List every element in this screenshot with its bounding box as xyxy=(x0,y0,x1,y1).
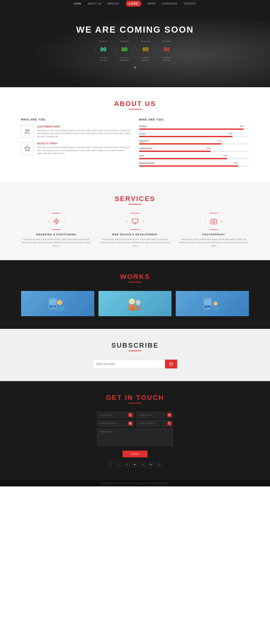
card-desc-0: Maecenas nec odio et ante tincidunt temp… xyxy=(37,129,131,138)
services-section: SERVICES BRANDING & POSITIONING Maecenas… xyxy=(0,182,270,260)
svg-rect-10 xyxy=(58,307,64,311)
about-card-text-0: CUSTOMER FIRST Maecenas nec odio et ante… xyxy=(37,125,131,138)
work-image-1 xyxy=(99,291,172,316)
nav-home[interactable]: HOME xyxy=(74,2,81,5)
subscribe-button[interactable] xyxy=(165,360,177,368)
skill-fill: 85% xyxy=(139,136,232,137)
about-card-0: CUSTOMER FIRST Maecenas nec odio et ante… xyxy=(21,125,131,138)
skill-bar: 85% xyxy=(139,136,249,137)
svg-rect-3 xyxy=(132,219,138,223)
skill-bar: 95% xyxy=(139,128,249,130)
skill-bar: 75% xyxy=(139,143,249,144)
nav-work[interactable]: WORK xyxy=(148,2,156,5)
skill-label: JQUERY xyxy=(139,140,249,142)
work-card-0[interactable] xyxy=(21,291,94,316)
service-title-0: BRANDING & POSITIONING xyxy=(21,233,91,236)
social-instagram[interactable]: ① xyxy=(124,462,130,468)
skill-fill: 80% xyxy=(139,158,227,159)
skills-container: HTML5 95% CSS3 85% JQUERY 75% JAVASCRIP xyxy=(139,125,249,167)
monitor-icon xyxy=(132,218,138,225)
skill-pct: 95% xyxy=(240,125,243,127)
work-image-2 xyxy=(176,291,249,316)
subscribe-section: SUBSCRIBE xyxy=(0,329,270,381)
svg-rect-18 xyxy=(213,307,219,310)
svg-point-11 xyxy=(129,298,135,304)
mail-icon xyxy=(168,414,170,416)
service-card-2: PHOTOGPRAHY Maecenas nec odio et ante ti… xyxy=(179,213,249,248)
work-card-1[interactable] xyxy=(99,291,172,316)
hero-section: WE ARE COMING SOON 00 DAYS 00 HOURS 00 M… xyxy=(0,7,270,87)
footer-copy: COPYRIGHT © 2021 COMPANY NAME ALL RIGHTS… xyxy=(101,482,169,484)
subscribe-form xyxy=(93,360,177,368)
countdown-mins: 00 MINS xyxy=(137,41,154,61)
skill-item: JAVASCRIP 65% xyxy=(139,148,249,152)
nav-service[interactable]: SERVICE xyxy=(108,2,119,5)
social-facebook[interactable]: f xyxy=(108,462,114,468)
about-left-heading: WHO ARE YOU xyxy=(21,118,131,121)
skill-item: CSS3 85% xyxy=(139,133,249,137)
globe-icon xyxy=(129,422,131,424)
svg-point-19 xyxy=(130,414,131,415)
contact-underline xyxy=(129,403,141,404)
service-title-1: WEB DESIGN & DEVELOPMENT xyxy=(100,233,170,236)
service-desc-2: Maecenas nec odio et ante tincidunt temp… xyxy=(179,238,249,248)
service-desc-0: Maecenas nec odio et ante tincidunt temp… xyxy=(21,238,91,248)
countdown: 00 DAYS 00 HOURS 00 MINS 00 SECS xyxy=(76,41,194,61)
skill-pct: 65% xyxy=(207,147,210,149)
svg-rect-8 xyxy=(50,299,56,305)
subject-field xyxy=(136,420,173,426)
footer: COPYRIGHT © 2021 COMPANY NAME ALL RIGHTS… xyxy=(0,480,270,486)
email-field xyxy=(136,412,173,418)
hero-title: WE ARE COMING SOON xyxy=(76,25,194,35)
service-title-2: PHOTOGPRAHY xyxy=(179,233,249,236)
work-illustration-1 xyxy=(124,295,146,312)
nav-subscribe[interactable]: SUBSCRIBE xyxy=(162,2,178,5)
svg-marker-2 xyxy=(25,146,30,151)
skill-fill: 95% xyxy=(139,128,243,130)
work-illustration-0 xyxy=(47,295,68,312)
svg-rect-16 xyxy=(204,299,211,305)
nav-logo[interactable]: ASBE xyxy=(126,1,142,6)
user-icon xyxy=(129,414,131,416)
skill-label: WORDPRESS xyxy=(139,162,249,164)
envelope-icon xyxy=(169,362,173,366)
message-textarea[interactable] xyxy=(97,429,173,446)
email-input[interactable] xyxy=(93,360,165,368)
scroll-down-icon[interactable]: ▼ xyxy=(76,66,194,70)
work-card-2[interactable] xyxy=(176,291,249,316)
hours-hex: 00 xyxy=(116,41,133,58)
social-youtube[interactable]: ▶ xyxy=(132,462,138,468)
message-field xyxy=(97,429,173,448)
svg-point-0 xyxy=(26,130,28,131)
svg-rect-14 xyxy=(135,306,141,311)
social-twitter[interactable]: t xyxy=(116,462,122,468)
secs-label: SECS xyxy=(163,59,170,61)
skill-bar: 65% xyxy=(139,150,249,152)
mins-value: 00 xyxy=(143,46,149,53)
skill-item: HTML5 95% xyxy=(139,125,249,130)
nav-about[interactable]: ABOUT US xyxy=(88,2,101,5)
name-icon xyxy=(128,413,132,417)
navigation: HOME ABOUT US SERVICE ASBE WORK SUBSCRIB… xyxy=(0,0,270,7)
subscribe-underline xyxy=(129,350,141,351)
skill-bar: 80% xyxy=(139,158,249,159)
website-icon xyxy=(128,422,132,425)
send-button[interactable]: SEND xyxy=(123,450,148,457)
about-right-heading: WHO ARE YOU xyxy=(139,118,249,121)
about-section: ABOUT US WHO ARE YOU CUSTOMER FIRST Maec… xyxy=(0,87,270,182)
social-linkedin[interactable]: in xyxy=(140,462,146,468)
tag-icon xyxy=(168,422,170,424)
work-image-0 xyxy=(21,291,94,316)
service-hex-1 xyxy=(127,213,143,230)
skill-label: PHP xyxy=(139,155,249,157)
social-behance[interactable]: Be xyxy=(148,462,154,468)
service-hex-2 xyxy=(205,213,222,230)
works-underline xyxy=(129,282,141,282)
card-title-0: CUSTOMER FIRST xyxy=(37,125,131,128)
card-desc-1: Maecenas nec odio et ante tincidunt temp… xyxy=(37,146,131,155)
svg-point-17 xyxy=(213,302,218,306)
nav-contact[interactable]: CONTACT xyxy=(184,2,196,5)
social-dribbble[interactable]: © xyxy=(156,462,162,468)
skill-item: PHP 80% xyxy=(139,155,249,159)
skill-label: JAVASCRIP xyxy=(139,148,249,150)
